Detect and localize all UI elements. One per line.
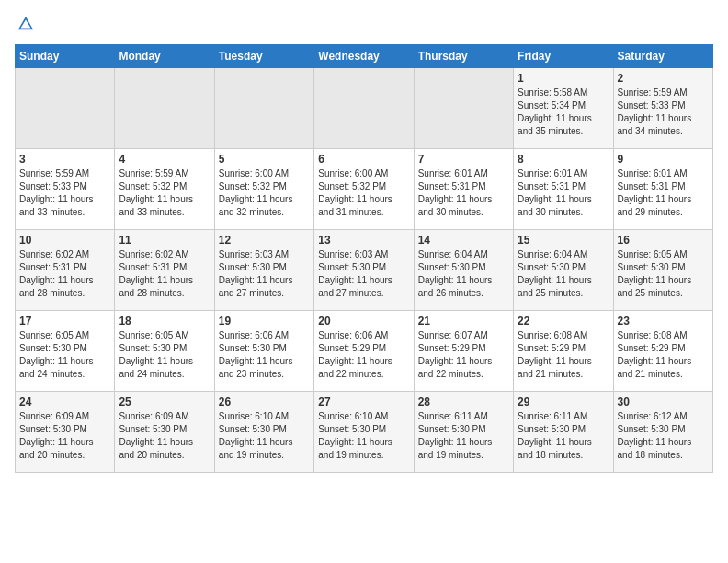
calendar-cell: 16 Sunrise: 6:05 AM Sunset: 5:30 PM Dayl… <box>613 230 712 311</box>
sunset-label: Sunset: 5:30 PM <box>618 424 686 434</box>
calendar-header-wednesday: Wednesday <box>314 45 414 68</box>
calendar-cell <box>314 68 414 149</box>
calendar-cell: 6 Sunrise: 6:00 AM Sunset: 5:32 PM Dayli… <box>314 149 414 230</box>
calendar-cell: 12 Sunrise: 6:03 AM Sunset: 5:30 PM Dayl… <box>214 230 313 311</box>
sunrise-label: Sunrise: 6:11 AM <box>418 411 488 421</box>
daylight-label: Daylight: 11 hours and 30 minutes. <box>418 194 493 217</box>
sunrise-label: Sunrise: 6:01 AM <box>618 168 688 178</box>
sunrise-label: Sunrise: 6:03 AM <box>219 249 289 259</box>
calendar-cell: 15 Sunrise: 6:04 AM Sunset: 5:30 PM Dayl… <box>514 230 613 311</box>
daylight-label: Daylight: 11 hours and 20 minutes. <box>19 437 94 460</box>
day-number: 14 <box>418 234 509 247</box>
day-info: Sunrise: 6:05 AM Sunset: 5:30 PM Dayligh… <box>19 329 110 381</box>
day-number: 13 <box>318 234 409 247</box>
day-info: Sunrise: 6:06 AM Sunset: 5:29 PM Dayligh… <box>318 329 409 381</box>
day-info: Sunrise: 5:59 AM Sunset: 5:33 PM Dayligh… <box>19 167 110 219</box>
sunrise-label: Sunrise: 6:06 AM <box>219 330 289 340</box>
day-info: Sunrise: 6:09 AM Sunset: 5:30 PM Dayligh… <box>119 410 210 462</box>
calendar-cell: 26 Sunrise: 6:10 AM Sunset: 5:30 PM Dayl… <box>214 392 313 473</box>
calendar-cell: 11 Sunrise: 6:02 AM Sunset: 5:31 PM Dayl… <box>115 230 214 311</box>
sunset-label: Sunset: 5:31 PM <box>618 181 686 191</box>
day-info: Sunrise: 6:10 AM Sunset: 5:30 PM Dayligh… <box>219 410 310 462</box>
daylight-label: Daylight: 11 hours and 31 minutes. <box>318 194 392 217</box>
calendar-cell: 20 Sunrise: 6:06 AM Sunset: 5:29 PM Dayl… <box>314 311 414 392</box>
sunset-label: Sunset: 5:33 PM <box>19 181 87 191</box>
daylight-label: Daylight: 11 hours and 22 minutes. <box>318 356 392 379</box>
day-number: 11 <box>119 234 210 247</box>
sunrise-label: Sunrise: 6:12 AM <box>618 411 688 421</box>
day-info: Sunrise: 6:01 AM Sunset: 5:31 PM Dayligh… <box>418 167 509 219</box>
daylight-label: Daylight: 11 hours and 25 minutes. <box>618 275 692 298</box>
day-number: 22 <box>518 315 609 327</box>
sunset-label: Sunset: 5:30 PM <box>418 424 486 434</box>
calendar-cell: 25 Sunrise: 6:09 AM Sunset: 5:30 PM Dayl… <box>115 392 214 473</box>
day-info: Sunrise: 6:04 AM Sunset: 5:30 PM Dayligh… <box>418 248 509 300</box>
daylight-label: Daylight: 11 hours and 25 minutes. <box>518 275 592 298</box>
daylight-label: Daylight: 11 hours and 23 minutes. <box>219 356 293 379</box>
daylight-label: Daylight: 11 hours and 30 minutes. <box>518 194 592 217</box>
calendar-cell: 17 Sunrise: 6:05 AM Sunset: 5:30 PM Dayl… <box>16 311 115 392</box>
daylight-label: Daylight: 11 hours and 33 minutes. <box>19 194 94 217</box>
day-number: 10 <box>19 234 110 247</box>
day-number: 18 <box>119 315 210 327</box>
day-info: Sunrise: 6:03 AM Sunset: 5:30 PM Dayligh… <box>318 248 409 300</box>
day-number: 2 <box>618 72 709 85</box>
sunrise-label: Sunrise: 6:02 AM <box>19 249 89 259</box>
sunset-label: Sunset: 5:30 PM <box>518 262 586 272</box>
day-number: 21 <box>418 315 509 327</box>
daylight-label: Daylight: 11 hours and 28 minutes. <box>119 275 193 298</box>
sunset-label: Sunset: 5:29 PM <box>618 343 686 353</box>
day-info: Sunrise: 6:10 AM Sunset: 5:30 PM Dayligh… <box>318 410 409 462</box>
day-number: 9 <box>618 153 709 166</box>
daylight-label: Daylight: 11 hours and 27 minutes. <box>318 275 392 298</box>
sunset-label: Sunset: 5:31 PM <box>119 262 187 272</box>
daylight-label: Daylight: 11 hours and 33 minutes. <box>119 194 193 217</box>
calendar-header-sunday: Sunday <box>16 45 115 68</box>
sunrise-label: Sunrise: 6:00 AM <box>219 168 289 178</box>
calendar-cell: 18 Sunrise: 6:05 AM Sunset: 5:30 PM Dayl… <box>115 311 214 392</box>
day-info: Sunrise: 5:58 AM Sunset: 5:34 PM Dayligh… <box>518 86 609 138</box>
sunset-label: Sunset: 5:29 PM <box>418 343 486 353</box>
day-info: Sunrise: 6:00 AM Sunset: 5:32 PM Dayligh… <box>318 167 409 219</box>
calendar-header-saturday: Saturday <box>613 45 712 68</box>
sunrise-label: Sunrise: 6:04 AM <box>518 249 587 259</box>
sunset-label: Sunset: 5:30 PM <box>219 262 287 272</box>
day-number: 26 <box>219 396 310 408</box>
day-number: 8 <box>518 153 609 166</box>
calendar-cell: 2 Sunrise: 5:59 AM Sunset: 5:33 PM Dayli… <box>613 68 712 149</box>
sunset-label: Sunset: 5:30 PM <box>518 424 586 434</box>
calendar-cell: 7 Sunrise: 6:01 AM Sunset: 5:31 PM Dayli… <box>414 149 513 230</box>
daylight-label: Daylight: 11 hours and 34 minutes. <box>618 113 692 136</box>
page: SundayMondayTuesdayWednesdayThursdayFrid… <box>0 0 728 480</box>
sunrise-label: Sunrise: 5:59 AM <box>119 168 188 178</box>
sunrise-label: Sunrise: 6:00 AM <box>318 168 388 178</box>
day-number: 30 <box>618 396 709 408</box>
calendar-cell: 21 Sunrise: 6:07 AM Sunset: 5:29 PM Dayl… <box>414 311 513 392</box>
sunset-label: Sunset: 5:32 PM <box>318 181 386 191</box>
day-info: Sunrise: 6:02 AM Sunset: 5:31 PM Dayligh… <box>119 248 210 300</box>
daylight-label: Daylight: 11 hours and 21 minutes. <box>618 356 692 379</box>
sunrise-label: Sunrise: 6:10 AM <box>318 411 388 421</box>
day-number: 17 <box>19 315 110 327</box>
calendar-week-4: 17 Sunrise: 6:05 AM Sunset: 5:30 PM Dayl… <box>16 311 713 392</box>
day-number: 3 <box>19 153 110 166</box>
sunset-label: Sunset: 5:32 PM <box>219 181 287 191</box>
day-info: Sunrise: 6:03 AM Sunset: 5:30 PM Dayligh… <box>219 248 310 300</box>
calendar-cell: 27 Sunrise: 6:10 AM Sunset: 5:30 PM Dayl… <box>314 392 414 473</box>
sunrise-label: Sunrise: 6:02 AM <box>119 249 188 259</box>
daylight-label: Daylight: 11 hours and 29 minutes. <box>618 194 692 217</box>
calendar-cell: 8 Sunrise: 6:01 AM Sunset: 5:31 PM Dayli… <box>514 149 613 230</box>
calendar-cell: 19 Sunrise: 6:06 AM Sunset: 5:30 PM Dayl… <box>214 311 313 392</box>
day-number: 25 <box>119 396 210 408</box>
calendar-header-row: SundayMondayTuesdayWednesdayThursdayFrid… <box>16 45 713 68</box>
day-info: Sunrise: 6:08 AM Sunset: 5:29 PM Dayligh… <box>518 329 609 381</box>
day-info: Sunrise: 6:00 AM Sunset: 5:32 PM Dayligh… <box>219 167 310 219</box>
day-info: Sunrise: 6:04 AM Sunset: 5:30 PM Dayligh… <box>518 248 609 300</box>
day-number: 29 <box>518 396 609 408</box>
sunset-label: Sunset: 5:30 PM <box>119 424 187 434</box>
daylight-label: Daylight: 11 hours and 19 minutes. <box>318 437 392 460</box>
calendar-cell: 5 Sunrise: 6:00 AM Sunset: 5:32 PM Dayli… <box>214 149 313 230</box>
sunset-label: Sunset: 5:30 PM <box>219 424 287 434</box>
calendar-cell: 29 Sunrise: 6:11 AM Sunset: 5:30 PM Dayl… <box>514 392 613 473</box>
sunset-label: Sunset: 5:30 PM <box>418 262 486 272</box>
